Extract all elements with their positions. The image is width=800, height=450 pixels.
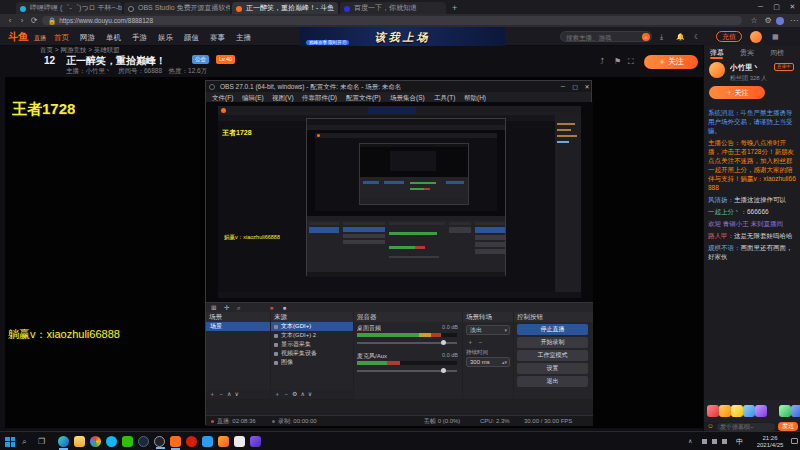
douyu-logo[interactable]: 斗鱼 (8, 30, 28, 44)
chat-message: 风清扬：主播这波操作可以 (708, 195, 797, 204)
chat-message: 路人甲：这是无限套娃吗哈哈 (708, 231, 797, 240)
nav-item-pcgames[interactable]: 网游 (80, 33, 95, 43)
emoji-icon[interactable]: ☺ (707, 422, 714, 429)
netease-music-icon[interactable] (186, 436, 197, 447)
gift-icon-star[interactable] (731, 405, 743, 417)
steam-icon[interactable] (138, 436, 149, 447)
refresh-icon[interactable]: ⟳ (28, 14, 40, 27)
nav-item-beauty[interactable]: 颜值 (184, 33, 199, 43)
share-icon[interactable]: ⤴ (600, 57, 604, 66)
clock-time: 21:26 (750, 435, 790, 442)
chat-username[interactable]: 路人甲： (708, 232, 734, 239)
tray-volume-icon[interactable] (712, 439, 717, 444)
search-input[interactable] (566, 33, 636, 41)
browser-menu-icon[interactable]: ⋯ (788, 14, 800, 27)
browser-tab-strip: 哔哩哔哩 (゜-゜)つロ 干杯~-bili OBS Studio 免费开源直播软… (0, 0, 800, 14)
bell-icon[interactable]: 🔔 (676, 33, 685, 41)
nav-item-entertainment[interactable]: 娱乐 (158, 33, 173, 43)
new-tab-button[interactable]: + (452, 2, 457, 14)
record-dot-icon: ⏺ (270, 304, 273, 312)
live-dot-icon (211, 420, 214, 423)
nav-item-mobile[interactable]: 手游 (132, 33, 147, 43)
mixer-dock-title: 混音器 (354, 312, 462, 322)
chat-username[interactable]: 风清扬： (708, 196, 734, 203)
browser-address-bar: ‹ › ⟳ 🔒https://www.douyu.com/8888128 ☆ ⚙… (0, 14, 800, 27)
nav-item-streamers[interactable]: 主播 (236, 33, 251, 43)
wechat-icon[interactable] (122, 436, 133, 447)
nav-item-home[interactable]: 首页 (54, 33, 69, 43)
apps-grid-icon[interactable]: ▦ (772, 33, 779, 41)
start-button[interactable] (5, 437, 15, 447)
gift-icon-heart[interactable] (767, 405, 779, 417)
tab-rank[interactable]: 周榜 (770, 48, 784, 58)
follow-button[interactable]: ＋ 关注 (644, 55, 698, 69)
chat-input[interactable] (717, 423, 775, 431)
wegame-icon[interactable] (218, 436, 229, 447)
douyu-icon[interactable] (170, 436, 181, 447)
gift-icon-fishball[interactable] (719, 405, 731, 417)
edge-icon[interactable] (58, 436, 69, 447)
vscode-icon[interactable] (202, 436, 213, 447)
mixer-ch2-meter (357, 361, 457, 365)
zoom-icon: ⌕ (237, 304, 241, 312)
streamer-name: 小竹里丶 (730, 63, 760, 73)
recharge-button[interactable]: 充值 (716, 31, 742, 42)
video-player[interactable]: 王者1728 躺赢v：xiaozhuli66888 OBS 27.0.1 (64… (5, 77, 703, 428)
download-icon[interactable]: ⤓ (660, 33, 663, 41)
browser-tab-active[interactable]: 正一醉笑，重拾巅峰！- 斗鱼 (232, 2, 338, 14)
bookmark-star-icon[interactable]: ☆ (748, 14, 760, 27)
gift-icon-plane[interactable] (743, 405, 755, 417)
theater-mode-icon[interactable]: ⛶ (628, 57, 634, 67)
nav-item-esports[interactable]: 赛事 (210, 33, 225, 43)
event-banner[interactable]: 该我上场 巅峰赛季 限时开启 (300, 27, 505, 46)
file-explorer-icon[interactable] (74, 436, 85, 447)
forward-icon[interactable]: › (16, 14, 28, 27)
task-view-icon[interactable]: ❐ (38, 437, 45, 446)
action-center-icon[interactable] (791, 438, 798, 444)
browser-tab[interactable]: 百度一下，你就知道 (340, 2, 446, 14)
gift-icon-clover[interactable] (779, 405, 791, 417)
browser-tab[interactable]: OBS Studio 免费开源直播软件 (124, 2, 230, 14)
gift-icon-diamond[interactable] (791, 405, 800, 417)
taskbar-clock[interactable]: 21:26 2021/4/25 (750, 435, 790, 449)
chat-username[interactable]: 观棋不语： (708, 244, 741, 251)
url-field[interactable]: 🔒https://www.douyu.com/8888128 (42, 16, 742, 25)
extensions-icon[interactable]: ⚙ (762, 14, 774, 27)
chat-message-list[interactable]: 系统消息：斗鱼严禁主播诱导用户场外交易，请谨防上当受骗。 主播公告：每晚八点准时… (704, 105, 800, 400)
tray-network-icon[interactable] (702, 439, 707, 444)
maximize-icon[interactable]: ▢ (769, 0, 784, 14)
search-icon[interactable]: ⌕ (642, 33, 650, 41)
tray-expand-icon[interactable]: ∧ (688, 437, 692, 444)
report-flag-icon[interactable]: ⚑ (614, 57, 621, 66)
qq-icon[interactable] (106, 436, 117, 447)
input-language-indicator[interactable]: 中 (736, 437, 743, 447)
moon-icon[interactable]: ☾ (694, 33, 700, 41)
send-button[interactable]: 发送 (778, 422, 798, 431)
chrome-icon[interactable] (90, 436, 101, 447)
obs-docks: 场景 场景 ＋－∧∨ 来源 文本(GDI+) 文本(GDI+) 2 显示器采集 … (206, 312, 593, 415)
gift-icon-rocket[interactable] (707, 405, 719, 417)
back-icon[interactable]: ‹ (4, 14, 16, 27)
obs-menubar: 文件(F) 编辑(E) 视图(V) 停靠部件(D) 配置文件(P) 场景集合(S… (206, 92, 591, 102)
nav-item-standalone[interactable]: 单机 (106, 33, 121, 43)
browser-tab[interactable]: 哔哩哔哩 (゜-゜)つロ 干杯~-bili (16, 2, 122, 14)
gift-icon-crystal[interactable] (755, 405, 767, 417)
browser-profile-avatar[interactable] (776, 17, 784, 25)
obs-icon[interactable] (154, 436, 165, 447)
exit-button: 退出 (517, 376, 588, 387)
sources-dock-title: 来源 (271, 312, 353, 322)
taskbar-search-icon[interactable]: ⌕ (22, 437, 26, 447)
game-launcher-icon[interactable] (250, 436, 261, 447)
close-icon[interactable]: ✕ (785, 0, 800, 14)
minimize-icon[interactable]: ─ (753, 0, 768, 14)
user-avatar[interactable] (750, 31, 762, 43)
notepad-icon[interactable] (234, 436, 245, 447)
tray-update-icon[interactable] (722, 439, 727, 444)
streamer-avatar[interactable] (709, 62, 725, 78)
stream-overlay-contact: 躺赢v：xiaozhuli66888 (8, 327, 120, 342)
chat-system-message: 系统消息：斗鱼严禁主播诱导用户场外交易，请谨防上当受骗。 (708, 108, 797, 135)
chat-username[interactable]: 一起上分丶： (708, 208, 747, 215)
tab-vip[interactable]: 贵宾 (740, 48, 754, 58)
sidebar-follow-button[interactable]: ＋ 关注 (709, 86, 765, 99)
search-box[interactable]: ⌕ (560, 31, 652, 42)
